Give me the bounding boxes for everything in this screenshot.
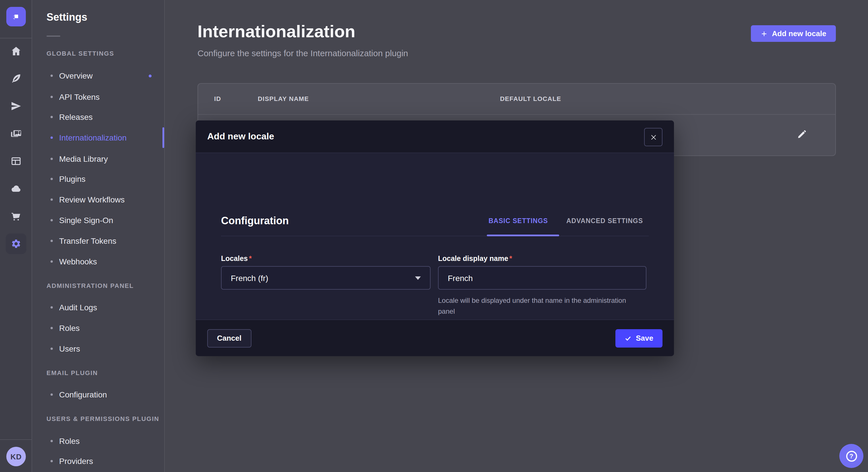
save-button[interactable]: Save bbox=[615, 329, 662, 347]
sidebar-item-label: Transfer Tokens bbox=[59, 236, 116, 245]
sidebar-item-label: Roles bbox=[59, 436, 80, 446]
display-name-field-label: Locale display name* bbox=[438, 255, 512, 263]
home-icon[interactable] bbox=[6, 41, 26, 61]
bullet-icon bbox=[51, 74, 53, 77]
sidebar-item-label: Configuration bbox=[59, 390, 107, 399]
sidebar-item-label: Providers bbox=[59, 457, 93, 466]
sidebar-item-users[interactable]: Users bbox=[51, 338, 160, 359]
sidebar-item-review-workflows[interactable]: Review Workflows bbox=[51, 189, 160, 210]
page-title: Internationalization bbox=[197, 22, 355, 41]
locales-label-text: Locales bbox=[221, 255, 248, 263]
sidebar-item-single-sign-on[interactable]: Single Sign-On bbox=[51, 210, 160, 231]
section-header-global-settings: GLOBAL SETTINGS bbox=[46, 47, 114, 59]
notification-dot-icon bbox=[149, 74, 152, 77]
settings-sidebar: Settings GLOBAL SETTINGS Overview API To… bbox=[32, 0, 165, 472]
edit-locale-button[interactable] bbox=[794, 126, 810, 142]
sidebar-item-label: Overview bbox=[59, 71, 93, 80]
required-asterisk: * bbox=[249, 255, 252, 263]
bullet-icon bbox=[51, 136, 53, 139]
title-underline bbox=[46, 36, 60, 37]
sidebar-item-releases[interactable]: Releases bbox=[51, 107, 160, 127]
plus-icon bbox=[761, 30, 767, 37]
cancel-button[interactable]: Cancel bbox=[207, 329, 251, 347]
sidebar-item-overview[interactable]: Overview bbox=[51, 65, 160, 86]
main-nav-icons bbox=[0, 41, 32, 254]
sidebar-item-label: Single Sign-On bbox=[59, 216, 113, 225]
sidebar-item-media-library[interactable]: Media Library bbox=[51, 148, 160, 169]
active-tab-underline bbox=[487, 235, 559, 236]
sidebar-item-label: Review Workflows bbox=[59, 195, 125, 204]
sidebar-item-label: Audit Logs bbox=[59, 303, 97, 312]
close-button[interactable] bbox=[644, 128, 662, 146]
divider bbox=[0, 439, 32, 440]
add-new-locale-label: Add new locale bbox=[772, 29, 826, 38]
tabs-divider bbox=[221, 236, 649, 236]
locales-select[interactable]: French (fr) bbox=[221, 266, 431, 290]
close-icon bbox=[650, 133, 657, 141]
sidebar-item-webhooks[interactable]: Webhooks bbox=[51, 251, 160, 272]
strapi-logo-icon[interactable] bbox=[6, 7, 26, 26]
sidebar-item-label: Media Library bbox=[59, 154, 108, 164]
column-header-display-name: DISPLAY NAME bbox=[258, 95, 309, 102]
settings-sidebar-title: Settings bbox=[46, 11, 87, 24]
add-new-locale-button[interactable]: Add new locale bbox=[751, 25, 836, 42]
page-subtitle: Configure the settings for the Internati… bbox=[197, 48, 408, 58]
modal-body: Configuration BASIC SETTINGS ADVANCED SE… bbox=[196, 153, 674, 319]
sidebar-item-providers[interactable]: Providers bbox=[51, 451, 160, 471]
media-library-icon[interactable] bbox=[6, 123, 26, 144]
paper-plane-icon[interactable] bbox=[6, 96, 26, 116]
table-header-divider bbox=[198, 114, 835, 115]
sidebar-item-internationalization[interactable]: Internationalization bbox=[51, 127, 160, 148]
sidebar-item-audit-logs[interactable]: Audit Logs bbox=[51, 297, 160, 318]
sidebar-item-plugins[interactable]: Plugins bbox=[51, 169, 160, 189]
sidebar-item-label: Roles bbox=[59, 324, 80, 333]
section-header-administration-panel: ADMINISTRATION PANEL bbox=[46, 280, 134, 291]
divider bbox=[0, 38, 32, 38]
display-name-input[interactable] bbox=[438, 266, 646, 290]
active-item-indicator bbox=[162, 127, 164, 148]
sidebar-item-label: API Tokens bbox=[59, 92, 100, 102]
save-label: Save bbox=[636, 334, 653, 342]
layout-icon[interactable] bbox=[6, 151, 26, 171]
bullet-icon bbox=[51, 306, 53, 308]
main-nav-sidebar: KD bbox=[0, 0, 32, 472]
display-name-hint: Locale will be displayed under that name… bbox=[438, 295, 640, 316]
sidebar-item-admin-roles[interactable]: Roles bbox=[51, 318, 160, 338]
required-asterisk: * bbox=[509, 255, 513, 263]
settings-gear-icon[interactable] bbox=[6, 233, 26, 254]
cloud-icon[interactable] bbox=[6, 178, 26, 199]
cart-icon[interactable] bbox=[6, 206, 26, 227]
feather-icon[interactable] bbox=[6, 68, 26, 89]
sidebar-item-label: Releases bbox=[59, 112, 93, 122]
pencil-icon bbox=[797, 129, 807, 139]
column-header-id: ID bbox=[214, 95, 221, 102]
tab-basic-settings[interactable]: BASIC SETTINGS bbox=[489, 217, 548, 224]
user-avatar[interactable]: KD bbox=[6, 447, 26, 466]
bullet-icon bbox=[51, 96, 53, 98]
help-button[interactable]: ? bbox=[839, 444, 863, 468]
column-header-default-locale: DEFAULT LOCALE bbox=[500, 95, 561, 102]
modal-footer: Cancel Save bbox=[196, 319, 674, 356]
section-header-users-permissions-plugin: USERS & PERMISSIONS PLUGIN bbox=[46, 413, 159, 425]
section-header-email-plugin: EMAIL PLUGIN bbox=[46, 367, 98, 378]
add-locale-modal: Add new locale Configuration BASIC SETTI… bbox=[196, 121, 674, 356]
locales-field-label: Locales* bbox=[221, 255, 252, 263]
sidebar-item-email-configuration[interactable]: Configuration bbox=[51, 384, 160, 405]
bullet-icon bbox=[51, 219, 53, 222]
display-name-label-text: Locale display name bbox=[438, 255, 508, 263]
tab-advanced-settings[interactable]: ADVANCED SETTINGS bbox=[566, 217, 643, 224]
bullet-icon bbox=[51, 178, 53, 180]
sidebar-item-api-tokens[interactable]: API Tokens bbox=[51, 87, 160, 107]
bullet-icon bbox=[51, 240, 53, 242]
bullet-icon bbox=[51, 260, 53, 263]
locales-select-value: French (fr) bbox=[231, 273, 268, 282]
bullet-icon bbox=[51, 198, 53, 201]
configuration-heading: Configuration bbox=[221, 215, 289, 227]
app-screen: KD Settings GLOBAL SETTINGS Overview API… bbox=[0, 0, 868, 472]
bullet-icon bbox=[51, 347, 53, 350]
sidebar-item-transfer-tokens[interactable]: Transfer Tokens bbox=[51, 231, 160, 251]
sidebar-item-up-roles[interactable]: Roles bbox=[51, 431, 160, 451]
check-icon bbox=[624, 335, 631, 341]
bullet-icon bbox=[51, 440, 53, 442]
bullet-icon bbox=[51, 116, 53, 118]
